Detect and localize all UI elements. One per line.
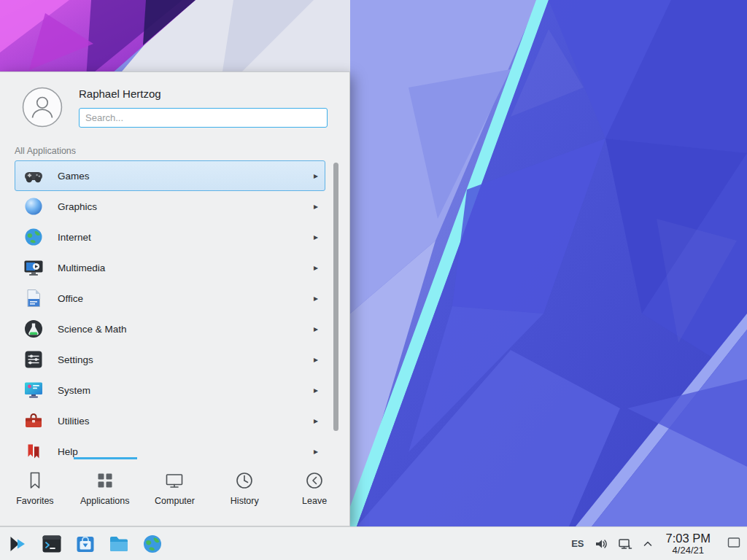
- desktop-icon: [727, 535, 741, 553]
- category-multimedia[interactable]: Multimedia: [15, 252, 325, 283]
- chevron-right-icon: [314, 294, 325, 303]
- category-settings[interactable]: Settings: [15, 344, 325, 375]
- clock-date: 4/24/21: [666, 545, 711, 556]
- graphics-sphere-icon: [23, 196, 44, 217]
- utilities-toolbox-icon: [23, 411, 44, 431]
- chevron-right-icon: [314, 355, 325, 364]
- network-icon[interactable]: [618, 537, 632, 551]
- globe-icon: [23, 227, 44, 247]
- gamepad-icon: [23, 166, 44, 186]
- volume-icon[interactable]: [594, 537, 608, 551]
- file-manager-icon[interactable]: [108, 533, 130, 555]
- category-list: Games Graphics Internet Multimedia: [0, 158, 350, 459]
- system-monitor-icon: [23, 380, 44, 400]
- science-flask-icon: [23, 319, 44, 339]
- help-ribbons-icon: [23, 441, 44, 459]
- app-grid-icon: [95, 470, 115, 491]
- expand-tray-button[interactable]: [642, 538, 654, 550]
- taskbar-launchers: [0, 533, 163, 555]
- category-office[interactable]: Office: [15, 283, 325, 314]
- app-launcher-button[interactable]: [7, 533, 29, 555]
- system-tray: ES 7:03 PM 4/24/21: [571, 527, 747, 560]
- tab-computer[interactable]: Computer: [140, 459, 210, 526]
- tab-history[interactable]: History: [209, 459, 279, 526]
- chevron-right-icon: [314, 324, 325, 333]
- launcher-tabbar: Favorites Applications Computer History: [0, 459, 349, 526]
- clock-icon: [234, 470, 255, 491]
- tab-leave[interactable]: Leave: [279, 459, 349, 526]
- chevron-right-icon: [314, 171, 325, 180]
- chevron-right-icon: [314, 263, 325, 272]
- bookmark-icon: [25, 470, 45, 491]
- chevron-right-icon: [314, 416, 325, 425]
- user-avatar[interactable]: [22, 87, 63, 128]
- konsole-icon[interactable]: [41, 533, 63, 555]
- section-label: All Applications: [15, 146, 76, 156]
- user-name: Raphael Hertzog: [79, 88, 161, 100]
- leave-circle-icon: [304, 470, 325, 491]
- tab-favorites[interactable]: Favorites: [0, 459, 70, 526]
- application-launcher-menu: Raphael Hertzog All Applications Games G…: [0, 71, 350, 526]
- scrollbar-thumb[interactable]: [333, 163, 338, 431]
- browser-globe-icon[interactable]: [142, 533, 163, 555]
- chevron-right-icon: [314, 202, 325, 211]
- category-science-math[interactable]: Science & Math: [15, 314, 325, 344]
- category-games[interactable]: Games: [15, 160, 325, 191]
- computer-monitor-icon: [164, 470, 185, 491]
- clock-time: 7:03 PM: [666, 532, 711, 545]
- taskbar-panel: ES 7:03 PM 4/24/21: [0, 526, 747, 560]
- chevron-right-icon: [314, 447, 325, 456]
- office-document-icon: [23, 288, 44, 308]
- category-utilities[interactable]: Utilities: [15, 405, 325, 436]
- settings-sliders-icon: [23, 349, 44, 370]
- digital-clock[interactable]: 7:03 PM 4/24/21: [666, 532, 711, 556]
- tab-applications[interactable]: Applications: [70, 459, 140, 526]
- multimedia-monitor-icon: [23, 257, 44, 278]
- category-internet[interactable]: Internet: [15, 222, 325, 252]
- chevron-right-icon: [314, 386, 325, 394]
- show-desktop-button[interactable]: [724, 527, 743, 560]
- search-input[interactable]: [79, 108, 328, 128]
- keyboard-layout-indicator[interactable]: ES: [571, 538, 584, 549]
- category-help[interactable]: Help: [15, 436, 325, 459]
- chevron-right-icon: [314, 233, 325, 241]
- category-system[interactable]: System: [15, 375, 325, 405]
- software-center-icon[interactable]: [74, 533, 96, 555]
- category-graphics[interactable]: Graphics: [15, 191, 325, 222]
